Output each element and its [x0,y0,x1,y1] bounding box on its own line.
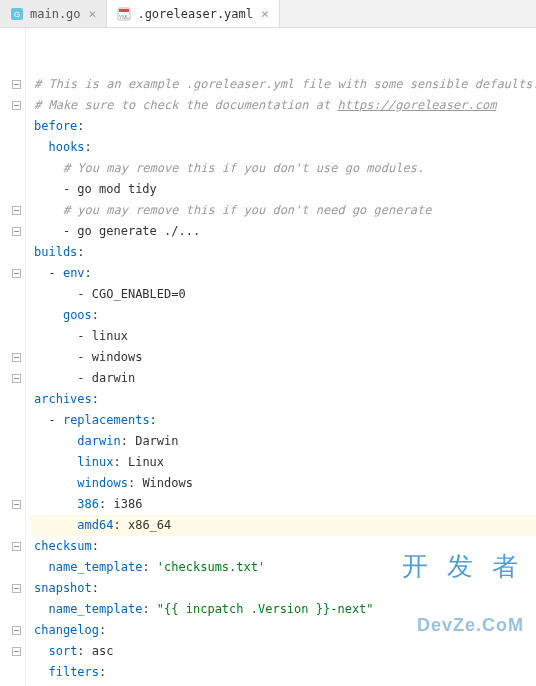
close-icon[interactable]: × [261,7,269,20]
close-icon[interactable]: × [89,7,97,20]
fold-marker[interactable] [0,347,25,368]
code-line: 386: i386 [30,494,536,515]
fold-marker [0,557,25,578]
code-line: darwin: Darwin [30,431,536,452]
tab-label: main.go [30,7,81,21]
fold-marker [0,599,25,620]
fold-marker [0,452,25,473]
code-area[interactable]: # This is an example .goreleaser.yml fil… [26,28,536,686]
code-line: # You may remove this if you don't use g… [30,158,536,179]
svg-rect-3 [119,9,129,12]
fold-marker[interactable] [0,494,25,515]
code-line: # Make sure to check the documentation a… [30,95,536,116]
fold-marker [0,305,25,326]
code-line: sort: asc [30,641,536,662]
code-line: - linux [30,326,536,347]
fold-marker[interactable] [0,578,25,599]
code-line: checksum: [30,536,536,557]
code-line: builds: [30,242,536,263]
code-line: filters: [30,662,536,683]
code-line: - windows [30,347,536,368]
fold-marker[interactable] [0,368,25,389]
code-line: - darwin [30,368,536,389]
code-line: - replacements: [30,410,536,431]
tab-main-go[interactable]: G main.go × [0,0,107,27]
fold-marker [0,410,25,431]
yaml-file-icon: YML [117,7,131,21]
code-line: windows: Windows [30,473,536,494]
code-line: goos: [30,305,536,326]
code-line: - go mod tidy [30,179,536,200]
fold-marker [0,137,25,158]
code-line: changelog: [30,620,536,641]
svg-text:G: G [14,10,20,19]
code-line: - go generate ./... [30,221,536,242]
fold-marker[interactable] [0,620,25,641]
code-line: linux: Linux [30,452,536,473]
fold-marker [0,431,25,452]
go-file-icon: G [10,7,24,21]
code-line: - env: [30,263,536,284]
fold-marker [0,473,25,494]
fold-marker [0,53,25,74]
fold-marker [0,662,25,683]
fold-marker [0,158,25,179]
fold-marker [0,179,25,200]
fold-marker [0,242,25,263]
code-line: name_template: 'checksums.txt' [30,557,536,578]
code-line: before: [30,116,536,137]
fold-marker [0,116,25,137]
fold-marker[interactable] [0,95,25,116]
code-line: # This is an example .goreleaser.yml fil… [30,74,536,95]
fold-marker [0,284,25,305]
code-line: snapshot: [30,578,536,599]
fold-marker [0,32,25,53]
fold-marker[interactable] [0,221,25,242]
fold-marker [0,326,25,347]
code-line: hooks: [30,137,536,158]
code-line: amd64: x86_64 [30,515,536,536]
code-line: archives: [30,389,536,410]
editor: # This is an example .goreleaser.yml fil… [0,28,536,686]
fold-marker[interactable] [0,74,25,95]
tab-goreleaser-yaml[interactable]: YML .goreleaser.yaml × [107,0,279,27]
code-line: name_template: "{{ incpatch .Version }}-… [30,599,536,620]
fold-gutter [0,28,26,686]
svg-text:YML: YML [119,14,130,20]
fold-marker[interactable] [0,263,25,284]
fold-marker [0,515,25,536]
code-line: # you may remove this if you don't need … [30,200,536,221]
fold-marker[interactable] [0,536,25,557]
tab-label: .goreleaser.yaml [137,7,253,21]
fold-marker[interactable] [0,641,25,662]
fold-marker[interactable] [0,200,25,221]
tab-bar: G main.go × YML .goreleaser.yaml × [0,0,536,28]
fold-marker [0,389,25,410]
code-line: - CGO_ENABLED=0 [30,284,536,305]
